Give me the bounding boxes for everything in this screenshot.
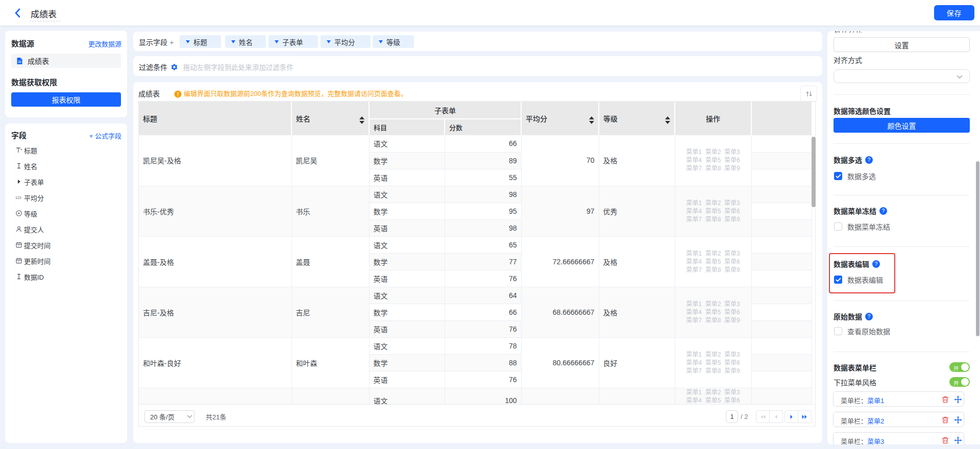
svg-text:7: 7 [18,244,19,247]
svg-text:7: 7 [18,260,19,263]
svg-text:123: 123 [15,196,21,199]
